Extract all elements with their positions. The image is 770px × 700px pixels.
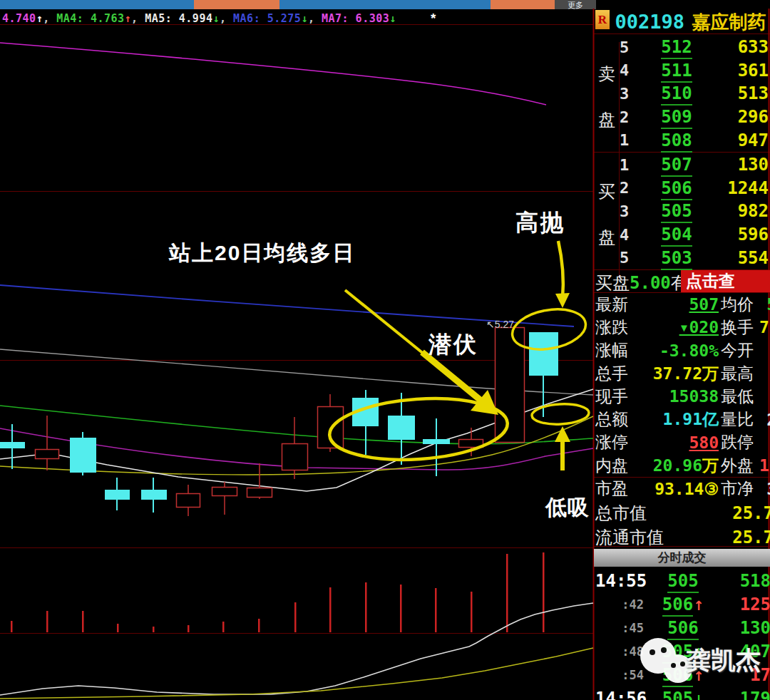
timesales-header[interactable]: 分时成交 bbox=[594, 549, 770, 567]
sell-level-row[interactable]: 1 508 947 bbox=[620, 128, 770, 152]
stat-value: 580 bbox=[635, 433, 719, 452]
volume-bars bbox=[11, 552, 545, 632]
level-number: 4 bbox=[620, 61, 642, 79]
level-number: 1 bbox=[620, 131, 642, 149]
watermark-author-text: 龚凯杰 bbox=[686, 644, 761, 677]
bid-price[interactable]: 503 bbox=[661, 248, 692, 268]
menu-tab-group-1[interactable] bbox=[0, 0, 194, 9]
stock-code: 002198 bbox=[615, 11, 684, 33]
level-number: 2 bbox=[620, 108, 642, 126]
timesales-row: 14:55 505 518 bbox=[595, 569, 770, 592]
trade-price: 505↓ bbox=[662, 689, 704, 700]
cap-label: 流通市值 bbox=[595, 526, 664, 549]
ma-value: ↓ bbox=[212, 12, 220, 25]
buy-level-row[interactable]: 5 503 554 bbox=[620, 246, 770, 269]
menu-tab-more[interactable]: 更多 bbox=[555, 0, 596, 9]
stat-label: 总手 bbox=[595, 363, 635, 385]
click-to-view-button[interactable]: 点击查 bbox=[681, 270, 770, 292]
stat-value: 20.96万 bbox=[635, 455, 719, 477]
ask-volume: 947 bbox=[738, 130, 770, 150]
ask-price[interactable]: 510 bbox=[661, 83, 692, 103]
trade-price: 506↑ bbox=[662, 595, 704, 614]
stat-label: 涨跌 bbox=[595, 316, 635, 339]
stat-label: 总额 bbox=[595, 408, 635, 431]
level-number: 5 bbox=[620, 249, 642, 267]
stat-value: 5 bbox=[759, 295, 770, 314]
buy-order-book: 1 507 130 2 506 1244 3 505 982 4 bbox=[620, 153, 770, 269]
stats-row: 总额 1.91亿 量比 2 bbox=[595, 408, 770, 431]
sell-side-label: 卖 bbox=[598, 63, 615, 86]
buy-level-row[interactable]: 1 507 130 bbox=[620, 153, 770, 177]
ma-value: , bbox=[43, 12, 56, 25]
ask-volume: 513 bbox=[738, 83, 770, 103]
trade-time: :54 bbox=[595, 668, 644, 682]
ma-value: MA5: 4.994 bbox=[145, 12, 212, 25]
ma-value: 4.740 bbox=[2, 12, 36, 25]
annotation-buy-low-text: 低吸 bbox=[545, 493, 590, 523]
bid-price[interactable]: 505 bbox=[661, 201, 692, 221]
ma-value: ↓ bbox=[389, 12, 396, 25]
bid-price[interactable]: 507 bbox=[661, 155, 692, 175]
sell-level-row[interactable]: 5 512 633 bbox=[620, 36, 770, 59]
watermark: 龚凯杰 bbox=[640, 637, 770, 681]
bid-volume: 596 bbox=[738, 225, 770, 245]
ask-price[interactable]: 511 bbox=[661, 61, 692, 81]
ask-volume: 296 bbox=[738, 107, 770, 127]
sell-order-book: 5 512 633 4 511 361 3 510 513 2 bbox=[620, 36, 770, 152]
buy-queue-value: 5.00 bbox=[630, 273, 671, 293]
ask-volume: 633 bbox=[738, 37, 770, 57]
bid-price[interactable]: 506 bbox=[661, 178, 692, 198]
market-cap-rows: 总市值 25.7 流通市值 25.7 bbox=[595, 501, 770, 550]
timesales-row: :42 506↑ 125 bbox=[595, 592, 770, 616]
sell-level-row[interactable]: 2 509 296 bbox=[620, 105, 770, 129]
ask-volume: 361 bbox=[738, 61, 770, 81]
buy-level-row[interactable]: 4 504 596 bbox=[620, 223, 770, 247]
level-number: 2 bbox=[620, 179, 642, 197]
ask-price[interactable]: 509 bbox=[661, 107, 692, 127]
ma-value: ↑ bbox=[36, 12, 43, 25]
ma-indicator-header: 4.740↑, MA4: 4.763↑, MA5: 4.994↓, MA6: 5… bbox=[2, 12, 396, 25]
trade-volume: 518 bbox=[740, 571, 770, 591]
stat-value: 37.72万 bbox=[635, 363, 719, 385]
ask-price[interactable]: 508 bbox=[661, 130, 692, 150]
stat-value: 507 bbox=[635, 295, 719, 314]
cap-label: 总市值 bbox=[595, 502, 647, 525]
stat-label: 涨停 bbox=[595, 431, 635, 453]
stat-value: 93.14③ bbox=[635, 480, 719, 498]
sell-level-row[interactable]: 4 511 361 bbox=[620, 59, 770, 83]
timesales-row: 14:56 505↓ 179 bbox=[595, 686, 770, 700]
menu-tab-highlight-2[interactable] bbox=[491, 0, 555, 9]
stock-name[interactable]: 嘉应制药 bbox=[692, 11, 766, 33]
buy-level-row[interactable]: 3 505 982 bbox=[620, 200, 770, 223]
stat-value: ▾020 bbox=[635, 318, 719, 336]
ma-value: ↑ bbox=[125, 12, 132, 25]
stat-label: 市盈 bbox=[595, 478, 635, 500]
trade-time: 14:55 bbox=[595, 571, 644, 591]
sell-level-row[interactable]: 3 510 513 bbox=[620, 82, 770, 105]
ask-price[interactable]: 512 bbox=[661, 37, 692, 57]
buy-queue-label: 买盘 bbox=[595, 273, 630, 292]
menu-tab-group-2[interactable] bbox=[279, 0, 491, 9]
stat-value: 15038 bbox=[635, 387, 719, 406]
stat-label: 最低 bbox=[719, 386, 759, 408]
stat-label: 内盘 bbox=[595, 455, 635, 477]
stats-row: 涨跌 ▾020 换手 7.4 bbox=[595, 316, 770, 339]
buy-level-row[interactable]: 2 506 1244 bbox=[620, 177, 770, 200]
bid-price[interactable]: 504 bbox=[661, 225, 692, 245]
market-cap-row: 总市值 25.7 bbox=[595, 501, 770, 525]
stat-label: 最新 bbox=[595, 294, 635, 316]
market-cap-row: 流通市值 25.7 bbox=[595, 525, 770, 550]
bid-volume: 130 bbox=[738, 155, 770, 175]
stats-row: 现手 15038 最低 bbox=[595, 385, 770, 408]
menu-tab-highlight-1[interactable] bbox=[194, 0, 279, 9]
buy-queue-row: 买盘5.00有250 点击查 bbox=[595, 272, 770, 293]
cap-value: 25.7 bbox=[732, 503, 770, 523]
stat-label: 最高 bbox=[719, 363, 759, 385]
stats-row: 内盘 20.96万 外盘 16.7 bbox=[595, 454, 770, 477]
bid-volume: 982 bbox=[738, 201, 770, 221]
stat-label: 涨幅 bbox=[595, 339, 635, 361]
buy-side-label: 盘 bbox=[598, 226, 615, 249]
trade-time: :48 bbox=[595, 644, 644, 659]
stat-value: 3 bbox=[759, 480, 770, 498]
trade-time: :42 bbox=[595, 597, 644, 612]
